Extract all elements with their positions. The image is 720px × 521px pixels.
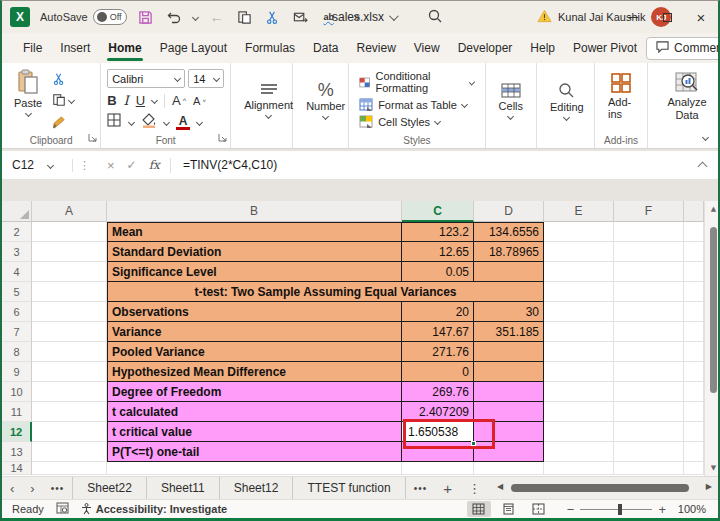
column-header-b[interactable]: B xyxy=(107,201,402,222)
cut-icon[interactable] xyxy=(264,8,282,26)
font-size-select[interactable]: 14 xyxy=(188,69,224,88)
cell-F3[interactable] xyxy=(614,242,684,262)
cell-E7[interactable] xyxy=(544,322,614,342)
sheet-list-icon[interactable]: ••• xyxy=(43,477,73,499)
formula-bar-collapse-icon[interactable] xyxy=(699,156,718,174)
excel-logo-icon[interactable]: X xyxy=(10,7,30,27)
cell-partial-row[interactable] xyxy=(402,462,474,475)
cell-F6[interactable] xyxy=(614,302,684,322)
font-name-select[interactable]: Calibri xyxy=(107,69,185,88)
cell-D3[interactable]: 18.78965 xyxy=(474,242,544,262)
cut-button[interactable] xyxy=(52,71,74,87)
cell-A7[interactable] xyxy=(32,322,107,342)
cell-styles-button[interactable]: Cell Styles xyxy=(359,115,474,128)
fill-color-button[interactable] xyxy=(141,113,157,132)
row-header-2[interactable]: 2 xyxy=(2,222,32,242)
cell-F8[interactable] xyxy=(614,342,684,362)
sheet-nav-left-icon[interactable]: ‹ xyxy=(2,477,22,499)
tab-formulas[interactable]: Formulas xyxy=(236,34,304,62)
cell-A12[interactable] xyxy=(32,422,107,442)
zoom-in-button[interactable]: + xyxy=(658,502,666,517)
cell-F11[interactable] xyxy=(614,402,684,422)
cell-C10[interactable]: 269.76 xyxy=(402,382,474,402)
analyze-data-button[interactable]: Analyze Data xyxy=(654,69,720,125)
row-header-9[interactable]: 9 xyxy=(2,362,32,382)
cell-D2[interactable]: 134.6556 xyxy=(474,222,544,242)
cell-B13[interactable]: P(T<=t) one-tail xyxy=(107,442,402,462)
scroll-left-icon[interactable]: ◀ xyxy=(497,482,503,491)
select-all-corner[interactable] xyxy=(2,201,32,222)
cell-G3[interactable] xyxy=(684,242,704,262)
undo-icon[interactable] xyxy=(165,8,183,26)
tab-power-pivot[interactable]: Power Pivot xyxy=(564,34,646,62)
comments-button[interactable]: Comments xyxy=(646,37,720,60)
cell-B5-merged[interactable]: t-test: Two Sample Assuming Equal Varian… xyxy=(107,282,544,302)
row-header-3[interactable]: 3 xyxy=(2,242,32,262)
cell-E12[interactable] xyxy=(544,422,614,442)
cell-F10[interactable] xyxy=(614,382,684,402)
cell-E11[interactable] xyxy=(544,402,614,422)
row-header-8[interactable]: 8 xyxy=(2,342,32,362)
cell-F5[interactable] xyxy=(614,282,684,302)
cell-D9[interactable] xyxy=(474,362,544,382)
cell-G6[interactable] xyxy=(684,302,704,322)
cell-E4[interactable] xyxy=(544,262,614,282)
editing-button[interactable]: Editing xyxy=(543,79,591,123)
cell-E6[interactable] xyxy=(544,302,614,322)
add-sheet-button[interactable]: + xyxy=(435,477,460,499)
tab-home[interactable]: Home xyxy=(99,34,150,62)
cell-G9[interactable] xyxy=(684,362,704,382)
tab-review[interactable]: Review xyxy=(347,34,404,62)
row-header-7[interactable]: 7 xyxy=(2,322,32,342)
row-header-6[interactable]: 6 xyxy=(2,302,32,322)
sheet-tab-ttest-function[interactable]: TTEST function xyxy=(293,477,405,499)
sheet-nav-right-icon[interactable]: › xyxy=(22,477,42,499)
underline-dropdown-icon[interactable] xyxy=(151,97,158,104)
cell-B4[interactable]: Significance Level xyxy=(107,262,402,282)
close-button[interactable]: × xyxy=(684,1,718,33)
cell-partial-row[interactable] xyxy=(32,462,107,475)
page-break-view-button[interactable] xyxy=(527,501,551,517)
cell-B7[interactable]: Variance xyxy=(107,322,402,342)
scroll-right-icon[interactable]: ▶ xyxy=(706,482,712,491)
cell-partial-row[interactable] xyxy=(684,462,704,475)
cell-F7[interactable] xyxy=(614,322,684,342)
decrease-font-button[interactable]: A˅ xyxy=(193,95,206,107)
normal-view-button[interactable] xyxy=(467,501,491,517)
save-icon[interactable] xyxy=(137,8,155,26)
row-header-4[interactable]: 4 xyxy=(2,262,32,282)
cell-F2[interactable] xyxy=(614,222,684,242)
document-title[interactable]: sales.xlsx xyxy=(332,1,396,33)
sheet-tab-sheet11[interactable]: Sheet11 xyxy=(147,477,220,499)
cell-G4[interactable] xyxy=(684,262,704,282)
row-header-12[interactable]: 12 xyxy=(2,422,32,442)
sheet-tab-sheet22[interactable]: Sheet22 xyxy=(73,477,147,499)
cells-button[interactable]: Cells xyxy=(492,80,530,122)
cell-F13[interactable] xyxy=(614,442,684,462)
cell-G8[interactable] xyxy=(684,342,704,362)
copy-button[interactable] xyxy=(52,92,74,108)
search-icon[interactable] xyxy=(427,8,443,28)
cell-G2[interactable] xyxy=(684,222,704,242)
cell-C4[interactable]: 0.05 xyxy=(402,262,474,282)
sheet-tab-sheet12[interactable]: Sheet12 xyxy=(220,477,294,499)
cell-A3[interactable] xyxy=(32,242,107,262)
cell-partial-row[interactable] xyxy=(107,462,402,475)
italic-button[interactable]: I xyxy=(124,93,129,108)
borders-button[interactable] xyxy=(107,113,122,132)
tab-insert[interactable]: Insert xyxy=(51,34,99,62)
conditional-formatting-button[interactable]: Conditional Formatting xyxy=(359,70,474,94)
format-as-table-button[interactable]: Format as Table xyxy=(359,98,474,111)
zoom-slider[interactable] xyxy=(580,509,652,510)
cell-C2[interactable]: 123.2 xyxy=(402,222,474,242)
cell-A9[interactable] xyxy=(32,362,107,382)
autosave-switch[interactable]: Off xyxy=(93,9,127,25)
copy-icon[interactable] xyxy=(236,8,254,26)
cell-E10[interactable] xyxy=(544,382,614,402)
cell-G12[interactable] xyxy=(684,422,704,442)
worksheet-grid[interactable]: ABCDEF2Mean123.2134.65563Standard Deviat… xyxy=(2,201,720,476)
cell-C3[interactable]: 12.65 xyxy=(402,242,474,262)
cell-E13[interactable] xyxy=(544,442,614,462)
tab-file[interactable]: File xyxy=(14,34,51,62)
addins-button[interactable]: Add-ins xyxy=(601,69,641,123)
